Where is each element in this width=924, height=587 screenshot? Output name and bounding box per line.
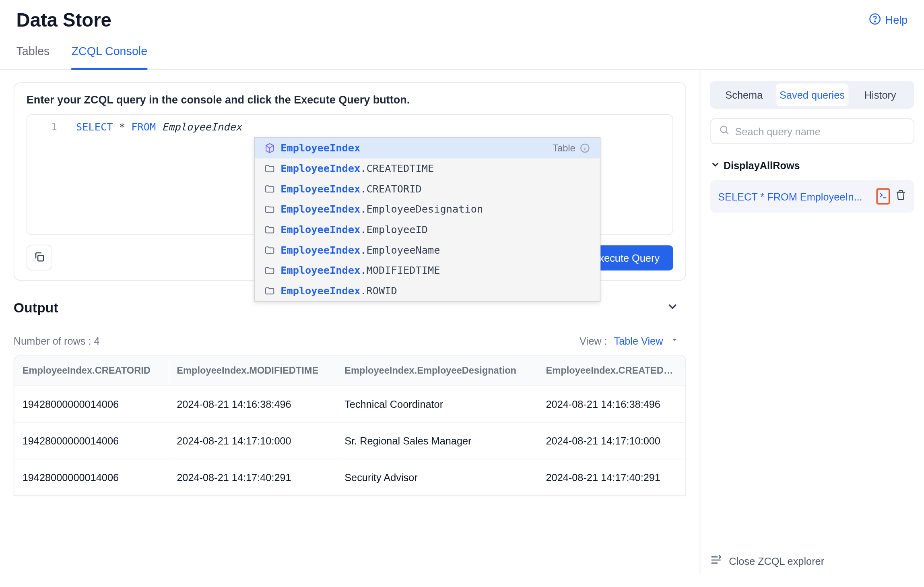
autocomplete-item[interactable]: EmployeeIndex.EmployeeID <box>255 219 600 240</box>
caret-down-icon <box>670 335 679 347</box>
query-editor[interactable]: 1 SELECT * FROM EmployeeIndex EmployeeIn… <box>27 114 673 235</box>
autocomplete-item[interactable]: EmployeeIndex.EmployeeName <box>255 240 600 260</box>
editor-line-1: SELECT * FROM EmployeeIndex <box>27 115 673 133</box>
table-cell: 19428000000014006 <box>14 459 169 495</box>
autocomplete-item[interactable]: EmployeeIndex.MODIFIEDTIME <box>255 260 600 281</box>
editor-gutter: 1 <box>27 115 64 234</box>
table-cell: 19428000000014006 <box>14 386 169 422</box>
main-tabs: Tables ZCQL Console <box>0 31 924 70</box>
column-icon <box>264 245 275 256</box>
table-cell: 2024-08-21 14:16:38:496 <box>538 386 685 422</box>
search-box[interactable] <box>710 118 914 144</box>
table-cell: Technical Coordinator <box>336 386 538 422</box>
view-toggle[interactable]: View : Table View <box>580 335 679 347</box>
info-icon <box>580 143 590 153</box>
column-header[interactable]: EmployeeIndex.CREATORID <box>14 356 169 386</box>
tab-tables[interactable]: Tables <box>16 45 50 69</box>
saved-query-group[interactable]: DisplayAllRows <box>710 159 914 172</box>
close-explorer-label: Close ZCQL explorer <box>729 555 824 567</box>
autocomplete-text: EmployeeIndex.CREATEDTIME <box>280 162 434 174</box>
chevron-down-icon <box>666 304 679 316</box>
help-label: Help <box>885 14 908 26</box>
column-icon <box>264 163 275 174</box>
output-title: Output <box>14 300 58 316</box>
query-card: Enter your ZCQL query in the console and… <box>14 82 686 281</box>
search-input[interactable] <box>735 125 905 137</box>
autocomplete-item[interactable]: EmployeeIndex.CREATORID <box>255 179 600 199</box>
chevron-down-icon <box>710 159 721 172</box>
collapse-panel-icon <box>710 554 722 568</box>
table-row[interactable]: 194280000000140062024-08-21 14:17:10:000… <box>14 422 685 459</box>
help-link[interactable]: Help <box>869 13 908 28</box>
saved-group-label: DisplayAllRows <box>724 160 800 172</box>
rows-count-label: Number of rows : 4 <box>14 335 100 347</box>
autocomplete-text: EmployeeIndex.ROWID <box>280 285 397 297</box>
run-saved-query-button[interactable] <box>877 188 890 205</box>
autocomplete-item[interactable]: EmployeeIndex.EmployeeDesignation <box>255 199 600 220</box>
sidebar-tab-history[interactable]: History <box>849 84 912 106</box>
autocomplete-text: EmployeeIndex.EmployeeID <box>280 223 428 236</box>
copy-button[interactable] <box>27 245 52 271</box>
table-cell: Sr. Regional Sales Manager <box>336 422 538 459</box>
autocomplete-item[interactable]: EmployeeIndex.CREATEDTIME <box>255 158 600 179</box>
table-cell: Security Advisor <box>336 459 538 495</box>
column-header[interactable]: EmployeeIndex.CREATEDTIME <box>538 356 685 386</box>
svg-rect-3 <box>38 255 43 260</box>
autocomplete-item[interactable]: EmployeeIndexTable <box>255 138 600 159</box>
table-cell: 2024-08-21 14:17:10:000 <box>169 422 336 459</box>
help-icon <box>869 13 881 28</box>
results-table: EmployeeIndex.CREATORIDEmployeeIndex.MOD… <box>14 356 685 496</box>
sidebar-tab-saved-queries[interactable]: Saved queries <box>776 84 849 106</box>
table-row[interactable]: 194280000000140062024-08-21 14:16:38:496… <box>14 386 685 422</box>
saved-query-item[interactable]: SELECT * FROM EmployeeIn... <box>710 180 914 213</box>
autocomplete-text: EmployeeIndex <box>280 142 360 154</box>
query-prompt: Enter your ZCQL query in the console and… <box>14 83 685 114</box>
sidebar-tab-schema[interactable]: Schema <box>713 84 776 106</box>
trash-icon <box>895 191 906 203</box>
page-title: Data Store <box>16 10 111 31</box>
autocomplete-popup: EmployeeIndexTableEmployeeIndex.CREATEDT… <box>254 137 600 302</box>
table-cell: 2024-08-21 14:17:40:291 <box>169 459 336 495</box>
view-label: View : <box>580 335 607 347</box>
delete-saved-query-button[interactable] <box>895 190 906 203</box>
copy-icon <box>33 250 45 265</box>
svg-point-1 <box>874 21 875 22</box>
output-collapse-toggle[interactable] <box>666 300 679 316</box>
sidebar-tabs: Schema Saved queries History <box>710 81 914 109</box>
autocomplete-meta: Table <box>553 143 590 153</box>
autocomplete-item[interactable]: EmployeeIndex.ROWID <box>255 281 600 301</box>
view-value: Table View <box>614 335 663 347</box>
column-icon <box>264 265 275 276</box>
column-icon <box>264 184 275 194</box>
table-row[interactable]: 194280000000140062024-08-21 14:17:40:291… <box>14 459 685 495</box>
table-cell: 2024-08-21 14:16:38:496 <box>169 386 336 422</box>
autocomplete-text: EmployeeIndex.CREATORID <box>280 183 422 195</box>
column-icon <box>264 224 275 235</box>
table-cell: 2024-08-21 14:17:40:291 <box>538 459 685 495</box>
column-header[interactable]: EmployeeIndex.EmployeeDesignation <box>336 356 538 386</box>
autocomplete-text: EmployeeIndex.MODIFIEDTIME <box>280 265 440 277</box>
terminal-icon <box>879 190 888 203</box>
search-icon <box>719 124 730 138</box>
saved-query-text: SELECT * FROM EmployeeIn... <box>718 190 871 202</box>
table-icon <box>264 143 275 153</box>
autocomplete-text: EmployeeIndex.EmployeeDesignation <box>280 203 483 215</box>
autocomplete-text: EmployeeIndex.EmployeeName <box>280 244 440 256</box>
close-explorer-button[interactable]: Close ZCQL explorer <box>710 554 824 568</box>
table-cell: 19428000000014006 <box>14 422 169 459</box>
table-cell: 2024-08-21 14:17:10:000 <box>538 422 685 459</box>
column-header[interactable]: EmployeeIndex.MODIFIEDTIME <box>169 356 336 386</box>
results-table-wrap: EmployeeIndex.CREATORIDEmployeeIndex.MOD… <box>14 355 686 496</box>
column-icon <box>264 285 275 296</box>
zcql-explorer: Schema Saved queries History DisplayAllR… <box>700 70 924 575</box>
svg-point-4 <box>720 126 727 132</box>
column-icon <box>264 204 275 215</box>
tab-zcql-console[interactable]: ZCQL Console <box>71 45 147 70</box>
